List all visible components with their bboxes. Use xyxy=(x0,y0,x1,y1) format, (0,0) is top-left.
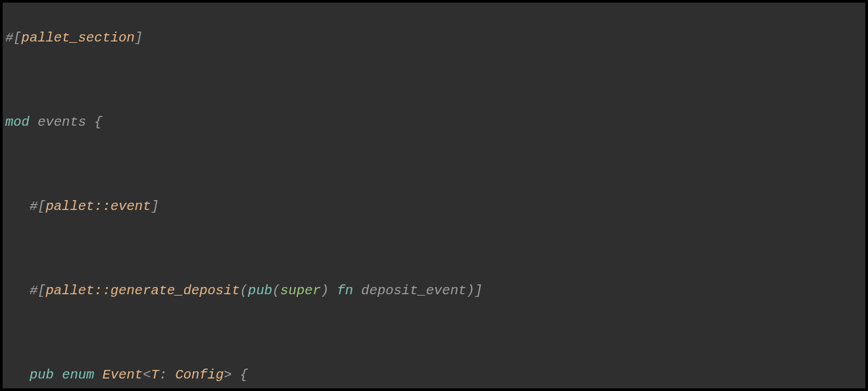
blank-line xyxy=(5,154,863,175)
blank-line xyxy=(5,70,863,91)
code-line: #[pallet_section] xyxy=(5,28,863,49)
code-block: #[pallet_section] mod events { #[pallet:… xyxy=(3,3,865,388)
code-text: deposit_event)] xyxy=(353,283,483,298)
punct-lt: < xyxy=(143,367,151,382)
punct-close: ) xyxy=(321,283,329,298)
space xyxy=(54,367,62,382)
blank-line xyxy=(5,323,863,344)
attribute-name: pallet::generate_deposit xyxy=(46,283,240,298)
keyword-pub: pub xyxy=(30,367,54,382)
keyword-super: super xyxy=(280,283,321,298)
punct-open: ( xyxy=(240,283,248,298)
space xyxy=(94,367,102,382)
trait-name: Config xyxy=(175,367,224,382)
generic-param: T xyxy=(151,367,158,382)
space xyxy=(329,283,337,298)
attribute-name: pallet::event xyxy=(46,199,151,214)
punct-colon: : xyxy=(159,367,176,382)
punct-brace: { xyxy=(232,367,249,382)
punct-open: ( xyxy=(272,283,280,298)
punct-close: ] xyxy=(135,30,143,45)
keyword-mod: mod xyxy=(5,115,30,130)
attribute-name: pallet_section xyxy=(22,30,135,45)
keyword-enum: enum xyxy=(62,367,94,382)
punct-hash: #[ xyxy=(5,30,22,45)
code-line: #[pallet::event] xyxy=(5,196,863,217)
indent xyxy=(5,199,30,214)
code-line: mod events { xyxy=(5,112,863,133)
code-line: pub enum Event<T: Config> { xyxy=(5,365,863,386)
type-name: Event xyxy=(103,367,143,382)
indent xyxy=(5,283,30,298)
blank-line xyxy=(5,238,863,259)
code-text: events { xyxy=(30,115,103,130)
keyword-fn: fn xyxy=(337,283,353,298)
punct-hash: #[ xyxy=(30,199,46,214)
indent xyxy=(5,367,30,382)
code-line: #[pallet::generate_deposit(pub(super) fn… xyxy=(5,280,863,301)
keyword-pub: pub xyxy=(248,283,272,298)
punct-hash: #[ xyxy=(30,283,46,298)
punct-gt: > xyxy=(224,367,231,382)
punct-close: ] xyxy=(151,199,158,214)
